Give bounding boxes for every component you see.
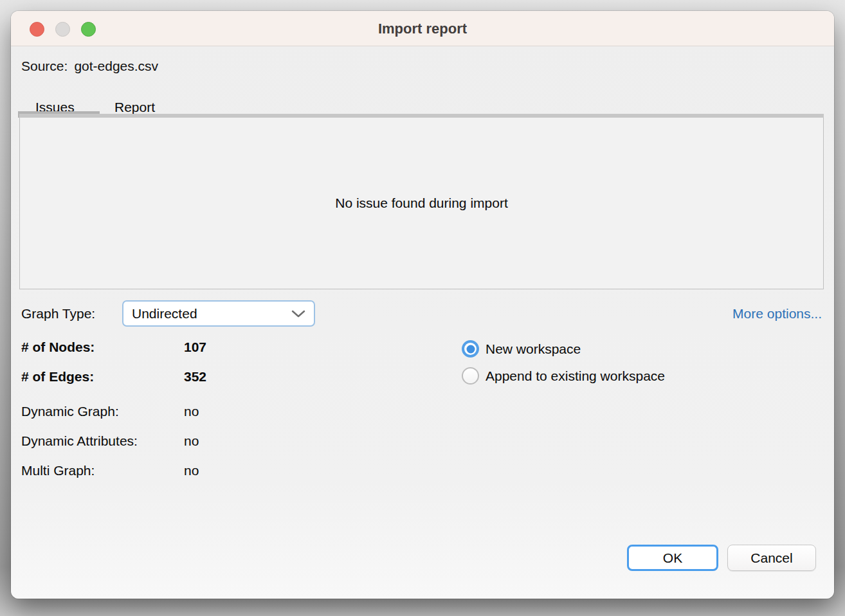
cancel-button[interactable]: Cancel [727, 545, 816, 571]
multi-graph-value: no [184, 463, 199, 478]
edges-count-value: 352 [184, 369, 206, 385]
window-title: Import report [11, 11, 834, 46]
dynamic-attributes-label: Dynamic Attributes: [21, 433, 138, 449]
dynamic-graph-value: no [184, 404, 199, 419]
radio-selected-icon[interactable] [462, 340, 479, 358]
radio-append-workspace[interactable]: Append to existing workspace [462, 367, 665, 385]
radio-new-workspace-label: New workspace [486, 341, 581, 357]
issues-panel: No issue found during import [19, 118, 824, 289]
radio-append-workspace-label: Append to existing workspace [486, 368, 665, 384]
source-label: Source: [21, 59, 68, 73]
source-filename: got-edges.csv [74, 59, 158, 73]
tab-report[interactable]: Report [114, 100, 155, 115]
dynamic-graph-label: Dynamic Graph: [21, 404, 119, 419]
more-options-link[interactable]: More options... [732, 306, 822, 322]
chevron-down-icon [291, 309, 306, 318]
titlebar[interactable]: Import report [11, 11, 834, 46]
import-report-dialog: Import report Source:got-edges.csv Issue… [11, 11, 834, 599]
edges-count-label: # of Edges: [21, 369, 94, 385]
nodes-count-value: 107 [184, 340, 206, 355]
radio-unselected-icon[interactable] [462, 367, 479, 385]
issues-message: No issue found during import [335, 195, 507, 211]
graph-type-select[interactable]: Undirected [122, 300, 315, 327]
nodes-count-label: # of Nodes: [21, 340, 95, 355]
graph-type-label: Graph Type: [21, 306, 95, 322]
dynamic-attributes-value: no [184, 433, 199, 449]
source-line: Source:got-edges.csv [21, 59, 158, 74]
radio-new-workspace[interactable]: New workspace [462, 340, 581, 358]
graph-type-value: Undirected [132, 306, 197, 322]
multi-graph-label: Multi Graph: [21, 463, 95, 478]
ok-button[interactable]: OK [627, 545, 718, 571]
